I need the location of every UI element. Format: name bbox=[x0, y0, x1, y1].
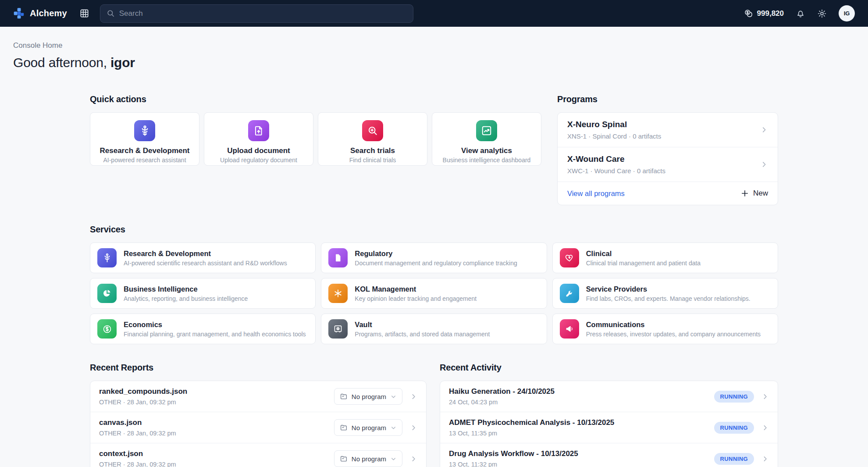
service-economics[interactable]: Economics Financial planning, grant mana… bbox=[90, 314, 316, 344]
service-service-providers[interactable]: Service Providers Find labs, CROs, and e… bbox=[552, 278, 778, 309]
quick-action-desc: Find clinical trials bbox=[318, 157, 427, 164]
service-research-development[interactable]: Research & Development AI-powered scient… bbox=[90, 242, 316, 273]
service-desc: Press releases, investor updates, and co… bbox=[586, 331, 761, 338]
search-bar[interactable] bbox=[100, 4, 413, 23]
recent-activity-section: Recent Activity Haiku Generation - 24/10… bbox=[440, 363, 778, 467]
wrench-icon bbox=[560, 284, 579, 303]
service-name: KOL Management bbox=[355, 285, 477, 293]
program-row-x-wound-care[interactable]: X-Wound Care XWC-1 · Wound Care · 0 arti… bbox=[558, 147, 778, 182]
program-select[interactable]: No program bbox=[334, 419, 402, 436]
report-meta: OTHER · 28 Jan, 09:32 pm bbox=[99, 430, 334, 437]
quick-actions-title: Quick actions bbox=[90, 94, 541, 104]
quick-action-view-analytics[interactable]: View analytics Business intelligence das… bbox=[432, 112, 541, 166]
program-select[interactable]: No program bbox=[334, 450, 402, 467]
service-desc: Key opinion leader tracking and engageme… bbox=[355, 295, 477, 302]
recent-reports-title: Recent Reports bbox=[90, 363, 427, 373]
credits-counter[interactable]: 999,820 bbox=[744, 9, 784, 18]
coins-icon bbox=[744, 9, 753, 18]
chevron-right-icon[interactable] bbox=[761, 393, 769, 400]
chevron-right-icon[interactable] bbox=[410, 393, 417, 400]
activity-row-drug-analysis-workflow[interactable]: Drug Analysis Workflow - 10/13/2025 13 O… bbox=[440, 443, 778, 467]
status-badge: RUNNING bbox=[714, 422, 754, 434]
services-section: Services Research & Development AI-power… bbox=[90, 225, 778, 344]
program-row-x-neuro-spinal[interactable]: X-Neuro Spinal XNS-1 · Spinal Cord · 0 a… bbox=[558, 113, 778, 147]
programs-title: Programs bbox=[557, 94, 778, 104]
service-desc: Document management and regulatory compl… bbox=[355, 260, 517, 267]
folder-icon bbox=[340, 392, 348, 400]
quick-action-label: Search trials bbox=[318, 146, 427, 155]
service-communications[interactable]: Communications Press releases, investor … bbox=[552, 314, 778, 344]
activity-meta: 13 Oct, 11:32 pm bbox=[449, 461, 714, 467]
greeting-prefix: Good afternoon, bbox=[13, 55, 110, 70]
chevron-right-icon[interactable] bbox=[410, 455, 417, 463]
service-desc: Clinical trial management and patient da… bbox=[586, 260, 701, 267]
program-select[interactable]: No program bbox=[334, 388, 402, 405]
quick-action-label: Upload document bbox=[204, 146, 313, 155]
report-meta: OTHER · 28 Jan, 09:32 pm bbox=[99, 461, 334, 467]
quick-action-upload-document[interactable]: Upload document Upload regulatory docume… bbox=[204, 112, 313, 166]
report-row-ranked-compounds[interactable]: ranked_compounds.json OTHER · 28 Jan, 09… bbox=[90, 381, 426, 412]
service-regulatory[interactable]: Regulatory Document management and regul… bbox=[321, 242, 547, 273]
quick-action-label: View analytics bbox=[432, 146, 541, 155]
service-clinical[interactable]: Clinical Clinical trial management and p… bbox=[552, 242, 778, 273]
search-icon bbox=[107, 9, 115, 18]
chevron-right-icon[interactable] bbox=[761, 455, 769, 463]
vault-icon bbox=[328, 319, 348, 339]
program-select-value: No program bbox=[352, 393, 386, 400]
breadcrumb: Console Home bbox=[13, 41, 855, 50]
report-row-context[interactable]: context.json OTHER · 28 Jan, 09:32 pm No… bbox=[90, 443, 426, 467]
settings-gear-icon[interactable] bbox=[817, 9, 827, 18]
chevron-right-icon bbox=[760, 126, 768, 134]
dollar-icon bbox=[97, 319, 117, 339]
status-badge: RUNNING bbox=[714, 453, 754, 465]
avatar[interactable]: IG bbox=[839, 5, 855, 21]
alchemy-logo-icon bbox=[13, 7, 25, 19]
pie-chart-icon bbox=[97, 284, 117, 303]
quick-actions-section: Quick actions Research & Development AI-… bbox=[90, 94, 541, 205]
asterisk-icon bbox=[328, 284, 348, 303]
folder-icon bbox=[340, 424, 348, 431]
activity-name: ADMET Physicochemical Analysis - 10/13/2… bbox=[449, 418, 714, 427]
greeting-name: igor bbox=[110, 55, 135, 70]
recent-reports-section: Recent Reports ranked_compounds.json OTH… bbox=[90, 363, 427, 467]
quick-action-research-development[interactable]: Research & Development AI-powered resear… bbox=[90, 112, 199, 166]
activity-name: Haiku Generation - 24/10/2025 bbox=[449, 387, 714, 396]
service-name: Clinical bbox=[586, 250, 701, 258]
activity-row-admet-analysis[interactable]: ADMET Physicochemical Analysis - 10/13/2… bbox=[440, 412, 778, 443]
app-grid-icon[interactable] bbox=[79, 8, 89, 18]
service-desc: Programs, artifacts, and stored data man… bbox=[355, 331, 490, 338]
report-meta: OTHER · 28 Jan, 09:32 pm bbox=[99, 399, 334, 406]
service-desc: Find labs, CROs, and experts. Manage ven… bbox=[586, 295, 751, 302]
service-business-intelligence[interactable]: Business Intelligence Analytics, reporti… bbox=[90, 278, 316, 309]
service-name: Regulatory bbox=[355, 250, 517, 258]
brand[interactable]: Alchemy bbox=[13, 7, 67, 19]
new-program-button[interactable]: New bbox=[740, 189, 768, 198]
program-select-value: No program bbox=[352, 455, 386, 463]
view-all-programs-link[interactable]: View all programs bbox=[567, 189, 625, 198]
search-input[interactable] bbox=[119, 9, 407, 18]
chevron-right-icon[interactable] bbox=[410, 424, 417, 431]
notifications-bell-icon[interactable] bbox=[796, 9, 805, 18]
service-name: Vault bbox=[355, 321, 490, 329]
service-name: Service Providers bbox=[586, 285, 751, 293]
chevron-right-icon[interactable] bbox=[761, 424, 769, 431]
service-vault[interactable]: Vault Programs, artifacts, and stored da… bbox=[321, 314, 547, 344]
activity-row-haiku-generation[interactable]: Haiku Generation - 24/10/2025 24 Oct, 04… bbox=[440, 381, 778, 412]
service-kol-management[interactable]: KOL Management Key opinion leader tracki… bbox=[321, 278, 547, 309]
service-desc: AI-powered scientific research assistant… bbox=[124, 260, 287, 267]
service-name: Economics bbox=[124, 321, 306, 329]
file-upload-icon bbox=[248, 120, 269, 141]
report-name: canvas.json bbox=[99, 418, 334, 427]
chevron-down-icon bbox=[390, 456, 397, 462]
recent-activity-title: Recent Activity bbox=[440, 363, 778, 373]
activity-name: Drug Analysis Workflow - 10/13/2025 bbox=[449, 449, 714, 458]
credits-value: 999,820 bbox=[757, 9, 784, 18]
document-icon bbox=[328, 248, 348, 267]
chevron-down-icon bbox=[390, 393, 397, 400]
plus-icon bbox=[740, 189, 749, 198]
quick-action-desc: AI-powered research assistant bbox=[90, 157, 199, 164]
caduceus-icon bbox=[134, 120, 155, 141]
quick-action-search-trials[interactable]: Search trials Find clinical trials bbox=[318, 112, 427, 166]
report-row-canvas[interactable]: canvas.json OTHER · 28 Jan, 09:32 pm No … bbox=[90, 412, 426, 443]
services-title: Services bbox=[90, 225, 778, 235]
